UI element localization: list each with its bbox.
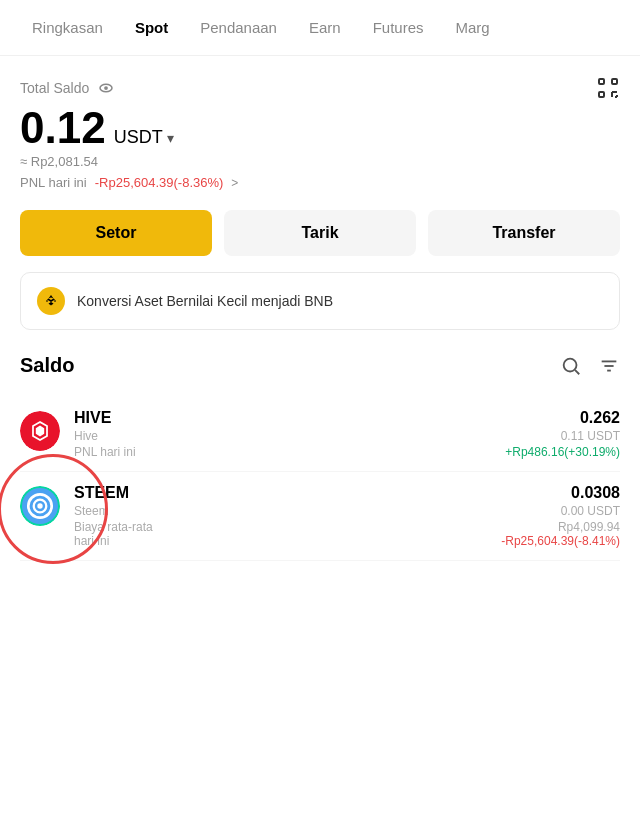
nav-ringkasan[interactable]: Ringkasan [16,11,119,44]
scan-icon[interactable] [596,76,620,100]
saldo-section-title: Saldo [20,354,74,377]
saldo-section-header: Saldo [20,354,620,377]
steem-icon [20,486,60,526]
nav-futures[interactable]: Futures [357,11,440,44]
steem-biaya-value: Rp4,099.94 [558,520,620,534]
filter-button[interactable] [598,355,620,377]
svg-rect-4 [599,92,604,97]
steem-biaya-row: Biaya rata-rata Rp4,099.94 [74,520,620,534]
nav-spot[interactable]: Spot [119,11,184,44]
hive-pnl-value: +Rp486.16(+30.19%) [505,445,620,459]
search-button[interactable] [560,355,582,377]
transfer-button[interactable]: Transfer [428,210,620,256]
bnb-icon [37,287,65,315]
hive-asset-info: HIVE 0.262 Hive 0.11 USDT PNL hari ini +… [74,409,620,459]
balance-currency: USDT ▾ [114,127,175,148]
steem-full-name: Steem [74,504,109,518]
steem-icon-wrap [20,486,60,526]
tarik-button[interactable]: Tarik [224,210,416,256]
hive-pnl-row: PNL hari ini +Rp486.16(+30.19%) [74,445,620,459]
steem-pnl-label: hari ini [74,534,109,548]
pnl-label: PNL hari ini [20,175,87,190]
steem-name: STEEM [74,484,129,502]
setor-button[interactable]: Setor [20,210,212,256]
pnl-row: PNL hari ini -Rp25,604.39(-8.36%) > [20,175,620,190]
steem-amount: 0.0308 [571,484,620,502]
steem-sub-row: Steem 0.00 USDT [74,504,620,518]
balance-amount: 0.12 [20,106,106,150]
hive-icon-wrap [20,411,60,451]
saldo-title: Total Saldo [20,80,89,96]
saldo-icons [560,355,620,377]
asset-item-hive[interactable]: HIVE 0.262 Hive 0.11 USDT PNL hari ini +… [20,397,620,472]
nav-margin[interactable]: Marg [440,11,506,44]
hive-name: HIVE [74,409,111,427]
asset-item-steem[interactable]: STEEM 0.0308 Steem 0.00 USDT Biaya rata-… [20,472,620,561]
svg-point-27 [37,503,42,508]
steem-pnl-value: -Rp25,604.39(-8.41%) [501,534,620,548]
pnl-arrow[interactable]: > [231,176,238,190]
svg-point-16 [564,358,577,371]
steem-asset-info: STEEM 0.0308 Steem 0.00 USDT Biaya rata-… [74,484,620,548]
hive-name-row: HIVE 0.262 [74,409,620,427]
total-balance: 0.12 USDT ▾ [20,106,620,150]
approx-value: ≈ Rp2,081.54 [20,154,620,169]
konversi-text: Konversi Aset Bernilai Kecil menjadi BNB [77,293,333,309]
currency-dropdown[interactable]: ▾ [167,130,174,146]
eye-icon[interactable] [97,79,115,97]
hive-sub-row: Hive 0.11 USDT [74,429,620,443]
saldo-header-row: Total Saldo [20,76,620,100]
konversi-banner[interactable]: Konversi Aset Bernilai Kecil menjadi BNB [20,272,620,330]
main-content: Total Saldo 0.12 USDT ▾ ≈ Rp2,081.54 PNL… [0,56,640,561]
pnl-value: -Rp25,604.39(-8.36%) [95,175,224,190]
svg-rect-2 [599,79,604,84]
steem-pnl-row: hari ini -Rp25,604.39(-8.41%) [74,534,620,548]
steem-usdt: 0.00 USDT [561,504,620,518]
steem-biaya-label: Biaya rata-rata [74,520,153,534]
nav-pendanaan[interactable]: Pendanaan [184,11,293,44]
svg-rect-3 [612,79,617,84]
svg-point-1 [104,86,108,90]
action-buttons: Setor Tarik Transfer [20,210,620,256]
hive-pnl-label: PNL hari ini [74,445,136,459]
svg-line-17 [575,370,579,374]
hive-amount: 0.262 [580,409,620,427]
saldo-label: Total Saldo [20,79,115,97]
hive-full-name: Hive [74,429,98,443]
nav-earn[interactable]: Earn [293,11,357,44]
hive-icon [20,411,60,451]
hive-usdt: 0.11 USDT [561,429,620,443]
top-navigation: Ringkasan Spot Pendanaan Earn Futures Ma… [0,0,640,56]
steem-name-row: STEEM 0.0308 [74,484,620,502]
